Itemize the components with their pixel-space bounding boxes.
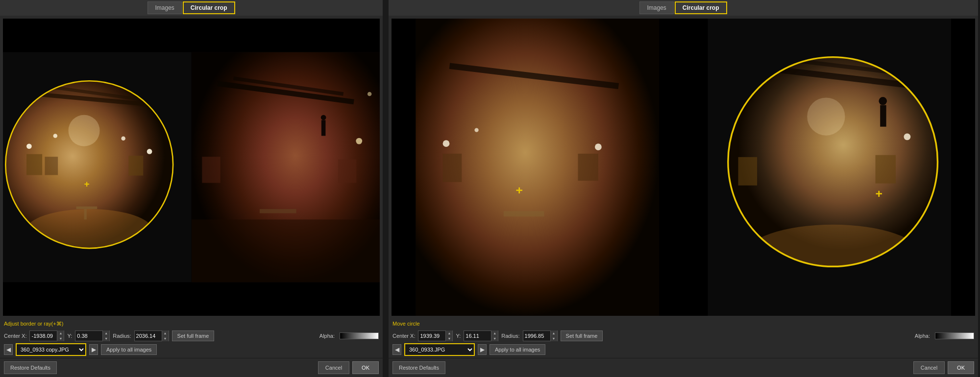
left-radius-arrows: ▲ ▼ bbox=[162, 330, 169, 341]
right-bottom-bar: Restore Defaults Cancel OK bbox=[389, 358, 978, 377]
left-center-x-field[interactable] bbox=[30, 333, 57, 339]
right-apply-button[interactable]: Apply to all images bbox=[490, 344, 545, 355]
svg-point-49 bbox=[879, 97, 887, 105]
right-image-select-wrap: 360_0933.JPG bbox=[404, 343, 475, 356]
right-radius-input[interactable]: ▲ ▼ bbox=[523, 330, 558, 341]
svg-text:+: + bbox=[516, 184, 523, 197]
left-fisheye-right bbox=[192, 19, 380, 316]
right-prev-arrow[interactable]: ◀ bbox=[392, 344, 401, 355]
svg-point-35 bbox=[474, 128, 478, 132]
svg-rect-11 bbox=[26, 154, 42, 175]
svg-rect-28 bbox=[202, 157, 220, 183]
left-panel: Images Circular crop bbox=[0, 0, 385, 377]
right-y-up[interactable]: ▲ bbox=[491, 330, 498, 336]
left-cancel-button[interactable]: Cancel bbox=[318, 361, 349, 374]
left-alpha-label: Alpha: bbox=[319, 333, 335, 339]
left-restore-button[interactable]: Restore Defaults bbox=[4, 361, 57, 374]
left-ok-button[interactable]: OK bbox=[352, 361, 379, 374]
left-center-x-down[interactable]: ▼ bbox=[57, 336, 64, 341]
left-y-up[interactable]: ▲ bbox=[103, 330, 109, 336]
svg-rect-37 bbox=[443, 154, 462, 182]
right-y-down[interactable]: ▼ bbox=[491, 336, 498, 341]
left-apply-button[interactable]: Apply to all images bbox=[101, 344, 157, 355]
left-next-arrow[interactable]: ▶ bbox=[89, 344, 98, 355]
right-ok-button[interactable]: OK bbox=[948, 361, 974, 374]
left-y-input[interactable]: ▲ ▼ bbox=[75, 330, 110, 341]
left-controls: Adjust border or ray(+⌘) Center X: ▲ ▼ Y… bbox=[0, 319, 383, 358]
left-radius-down[interactable]: ▼ bbox=[162, 336, 169, 341]
svg-rect-16 bbox=[84, 209, 87, 219]
right-y-input[interactable]: ▲ ▼ bbox=[464, 330, 498, 341]
right-restore-button[interactable]: Restore Defaults bbox=[392, 361, 445, 374]
left-image-area: + bbox=[3, 19, 380, 316]
svg-text:+: + bbox=[875, 187, 882, 200]
left-radius-field[interactable] bbox=[135, 333, 162, 339]
left-image-select[interactable]: 360_0933 copy.JPG bbox=[17, 344, 85, 355]
right-radius-up[interactable]: ▲ bbox=[551, 330, 557, 336]
right-fisheye-right: + bbox=[684, 19, 976, 316]
right-radius-label: Radius: bbox=[501, 333, 519, 339]
left-y-arrows: ▲ ▼ bbox=[102, 330, 109, 341]
svg-point-6 bbox=[147, 149, 152, 154]
right-image-select[interactable]: 360_0933.JPG bbox=[405, 344, 474, 355]
right-radius-down[interactable]: ▼ bbox=[551, 336, 557, 341]
left-center-x-input[interactable]: ▲ ▼ bbox=[29, 330, 64, 341]
svg-point-8 bbox=[121, 136, 125, 141]
right-fisheye-left: + bbox=[392, 19, 684, 316]
right-alpha-label: Alpha: bbox=[915, 333, 930, 339]
left-bottom-bar: Restore Defaults Cancel OK bbox=[0, 358, 383, 377]
svg-point-34 bbox=[595, 143, 602, 150]
left-tab-images[interactable]: Images bbox=[147, 1, 181, 14]
left-y-down[interactable]: ▼ bbox=[103, 336, 109, 341]
left-selector-row: ◀ 360_0933 copy.JPG ▶ Apply to all image… bbox=[4, 343, 379, 356]
right-cancel-button[interactable]: Cancel bbox=[913, 361, 945, 374]
right-y-label: Y: bbox=[456, 333, 461, 339]
left-y-field[interactable] bbox=[75, 333, 102, 339]
svg-rect-38 bbox=[578, 154, 598, 181]
right-tab-bar: Images Circular crop bbox=[389, 0, 978, 16]
right-alpha-slider[interactable] bbox=[935, 332, 974, 339]
svg-rect-12 bbox=[45, 157, 58, 175]
right-center-x-input[interactable]: ▲ ▼ bbox=[418, 330, 453, 341]
left-prev-arrow[interactable]: ◀ bbox=[4, 344, 13, 355]
svg-rect-29 bbox=[338, 159, 356, 183]
svg-point-10 bbox=[69, 115, 100, 146]
left-set-full-frame-button[interactable]: Set full frame bbox=[172, 330, 215, 341]
left-alpha-slider[interactable] bbox=[340, 332, 379, 339]
right-center-x-label: Center X: bbox=[392, 333, 415, 339]
left-fisheye-left: + bbox=[3, 19, 192, 316]
right-image-area: + bbox=[392, 19, 975, 316]
right-dual-images: + bbox=[392, 19, 975, 316]
svg-rect-52 bbox=[875, 155, 895, 184]
right-panel: Images Circular crop bbox=[389, 0, 980, 377]
right-radius-field[interactable] bbox=[523, 333, 550, 339]
left-param-row: Center X: ▲ ▼ Y: ▲ ▼ Radius: bbox=[4, 330, 379, 341]
svg-rect-13 bbox=[128, 156, 143, 176]
svg-rect-48 bbox=[880, 105, 886, 127]
left-status-text: Adjust border or ray(+⌘) bbox=[4, 321, 379, 329]
svg-point-22 bbox=[356, 138, 362, 144]
right-next-arrow[interactable]: ▶ bbox=[478, 344, 487, 355]
svg-point-54 bbox=[807, 97, 845, 135]
left-center-x-arrows: ▲ ▼ bbox=[57, 330, 64, 341]
right-set-full-frame-button[interactable]: Set full frame bbox=[561, 330, 603, 341]
svg-rect-24 bbox=[321, 120, 325, 136]
left-radius-input[interactable]: ▲ ▼ bbox=[134, 330, 169, 341]
svg-point-7 bbox=[53, 134, 58, 138]
right-center-x-down[interactable]: ▼ bbox=[446, 336, 452, 341]
panel-divider bbox=[385, 0, 389, 377]
right-center-x-field[interactable] bbox=[418, 333, 445, 339]
right-center-x-arrows: ▲ ▼ bbox=[445, 330, 452, 341]
left-radius-label: Radius: bbox=[113, 333, 131, 339]
right-center-x-up[interactable]: ▲ bbox=[446, 330, 452, 336]
left-radius-up[interactable]: ▲ bbox=[162, 330, 169, 336]
right-tab-circular-crop[interactable]: Circular crop bbox=[675, 1, 727, 14]
svg-point-23 bbox=[367, 92, 371, 96]
right-param-row: Center X: ▲ ▼ Y: ▲ ▼ Radius: bbox=[392, 330, 974, 341]
left-center-x-up[interactable]: ▲ bbox=[57, 330, 64, 336]
left-tab-circular-crop[interactable]: Circular crop bbox=[183, 1, 235, 14]
right-tab-images[interactable]: Images bbox=[639, 1, 673, 14]
right-y-arrows: ▲ ▼ bbox=[491, 330, 498, 341]
svg-rect-26 bbox=[192, 219, 380, 282]
right-y-field[interactable] bbox=[464, 333, 491, 339]
